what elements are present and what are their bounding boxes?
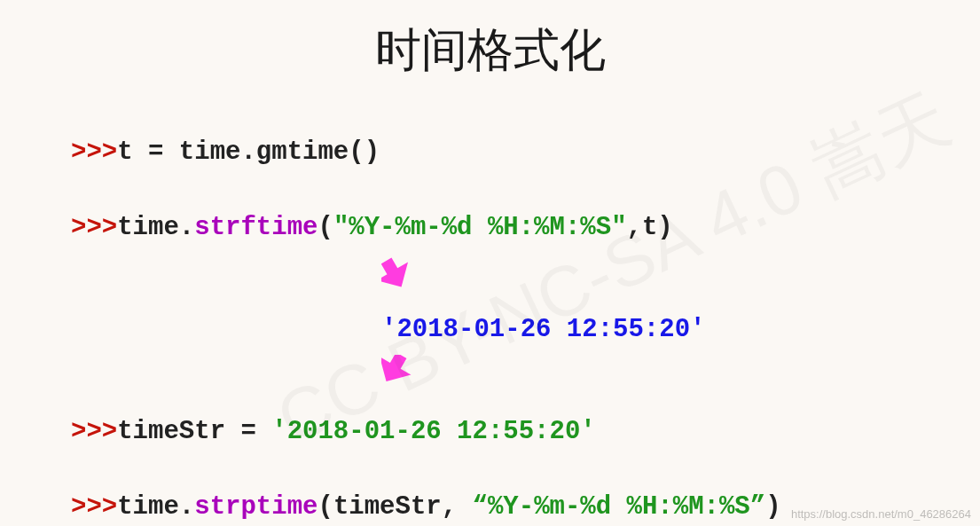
repl-prompt: >>> [71,492,117,522]
code-text: timeStr = [117,417,271,446]
source-watermark: https://blog.csdn.net/m0_46286264 [791,507,971,521]
svg-marker-1 [381,355,412,385]
code-text: timeStr, [333,492,473,522]
code-line-1: >>>t = time.gmtime() [71,137,380,167]
func-name: strptime [194,492,318,522]
code-text: ( [318,492,333,522]
output-text: '2018-01-26 12:55:20' [381,315,705,344]
code-line-4: >>>time.strptime(timeStr, “%Y-%m-%d %H:%… [71,492,781,522]
arrow-down-icon [381,355,412,385]
code-text: ) [765,492,780,522]
code-line-2: >>>time.strftime("%Y-%m-%d %H:%M:%S",t) [71,213,673,242]
code-text: ( [318,213,333,242]
slide-title: 时间格式化 [0,20,980,82]
string-literal: "%Y-%m-%d %H:%M:%S" [333,213,627,242]
repl-prompt: >>> [71,137,117,167]
code-line-3: >>>timeStr = '2018-01-26 12:55:20' [71,417,596,446]
repl-prompt: >>> [71,213,117,242]
license-watermark: CC BY-NC-SA 4.0 嵩天 [263,72,965,467]
code-text: t = time.gmtime() [117,137,380,167]
func-name: strftime [194,213,318,242]
code-output: '2018-01-26 12:55:20' [381,315,705,344]
svg-marker-0 [381,257,412,287]
repl-prompt: >>> [71,417,117,446]
code-text: ,t) [627,213,673,242]
arrow-down-icon [381,257,412,287]
string-literal: '2018-01-26 12:55:20' [271,417,595,446]
code-text: time. [117,492,194,522]
string-literal: “%Y-%m-%d %H:%M:%S” [473,492,766,522]
code-text: time. [117,213,194,242]
